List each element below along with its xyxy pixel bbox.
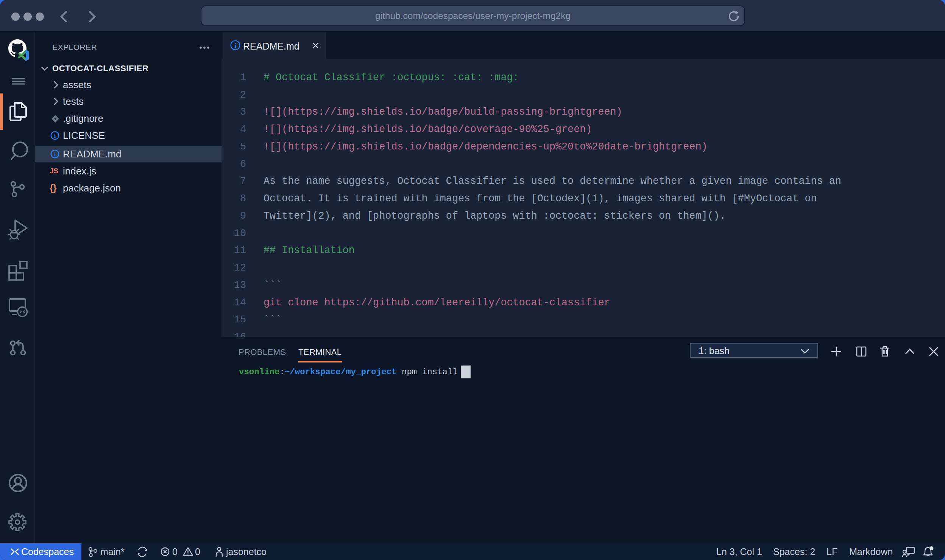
svg-text:i: i bbox=[54, 132, 56, 139]
svg-text:i: i bbox=[54, 151, 56, 157]
svg-text:i: i bbox=[234, 42, 236, 49]
